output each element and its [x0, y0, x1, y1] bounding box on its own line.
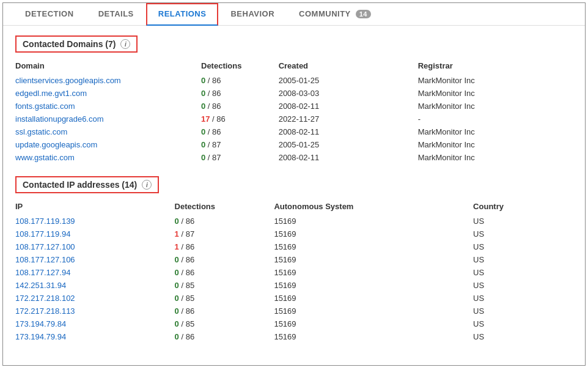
created-cell: 2005-01-25 [279, 74, 418, 87]
table-row[interactable]: 172.217.218.102 0 / 85 15169 US [15, 292, 573, 305]
domain-cell: fonts.gstatic.com [15, 100, 201, 113]
tab-community[interactable]: COMMUNITY 14 [287, 3, 383, 26]
domains-table-header: Domain Detections Created Registrar [15, 59, 573, 74]
ip-section: Contacted IP addresses (14) i IP Detecti… [15, 176, 573, 343]
main-container: DETECTION DETAILS RELATIONS BEHAVIOR COM… [2, 2, 586, 366]
created-cell: 2008-02-11 [279, 100, 418, 113]
table-row[interactable]: 173.194.79.94 0 / 86 15169 US [15, 330, 573, 343]
country-cell: US [473, 215, 573, 228]
as-cell: 15169 [274, 330, 473, 343]
content-area: Contacted Domains (7) i Domain Detection… [3, 26, 585, 365]
country-cell: US [473, 317, 573, 330]
tab-details[interactable]: DETAILS [86, 3, 146, 26]
country-cell: US [473, 279, 573, 292]
table-row[interactable]: 108.177.119.139 0 / 86 15169 US [15, 215, 573, 228]
ip-cell: 108.177.119.94 [15, 228, 175, 240]
tab-relations[interactable]: RELATIONS [146, 3, 219, 26]
table-row[interactable]: 108.177.127.94 0 / 86 15169 US [15, 266, 573, 279]
country-cell: US [473, 266, 573, 279]
detection-cell: 0 / 86 [175, 305, 274, 317]
domain-cell: update.googleapis.com [15, 138, 201, 151]
country-cell: US [473, 330, 573, 343]
col-header-detections: Detections [201, 59, 279, 74]
country-cell: US [473, 253, 573, 266]
detection-cell: 0 / 86 [201, 125, 279, 138]
detection-cell: 0 / 85 [175, 317, 274, 330]
table-row[interactable]: fonts.gstatic.com 0 / 86 2008-02-11 Mark… [15, 100, 573, 113]
tab-behavior[interactable]: BEHAVIOR [218, 3, 287, 26]
domains-title: Contacted Domains (7) [23, 39, 116, 49]
detection-cell: 0 / 86 [201, 74, 279, 87]
table-row[interactable]: 108.177.119.94 1 / 87 15169 US [15, 228, 573, 240]
detection-cell: 1 / 87 [175, 228, 274, 240]
detection-cell: 0 / 86 [201, 100, 279, 113]
table-row[interactable]: installationupgrade6.com 17 / 86 2022-11… [15, 113, 573, 125]
registrar-cell: MarkMonitor Inc [418, 74, 573, 87]
created-cell: 2008-02-11 [279, 125, 418, 138]
created-cell: 2005-01-25 [279, 138, 418, 151]
col-header-det2: Detections [175, 199, 274, 215]
table-row[interactable]: update.googleapis.com 0 / 87 2005-01-25 … [15, 138, 573, 151]
as-cell: 15169 [274, 317, 473, 330]
table-row[interactable]: 108.177.127.100 1 / 86 15169 US [15, 240, 573, 253]
country-cell: US [473, 292, 573, 305]
table-row[interactable]: 108.177.127.106 0 / 86 15169 US [15, 253, 573, 266]
table-row[interactable]: edgedl.me.gvt1.com 0 / 86 2008-03-03 Mar… [15, 87, 573, 100]
domain-cell: installationupgrade6.com [15, 113, 201, 125]
domain-cell: edgedl.me.gvt1.com [15, 87, 201, 100]
registrar-cell: MarkMonitor Inc [418, 87, 573, 100]
ip-cell: 108.177.119.139 [15, 215, 175, 228]
table-row[interactable]: 173.194.79.84 0 / 85 15169 US [15, 317, 573, 330]
as-cell: 15169 [274, 228, 473, 240]
table-row[interactable]: 142.251.31.94 0 / 85 15169 US [15, 279, 573, 292]
as-cell: 15169 [274, 305, 473, 317]
col-header-registrar: Registrar [418, 59, 573, 74]
domains-table: Domain Detections Created Registrar clie… [15, 59, 573, 164]
table-row[interactable]: ssl.gstatic.com 0 / 86 2008-02-11 MarkMo… [15, 125, 573, 138]
detection-cell: 0 / 86 [175, 266, 274, 279]
detection-cell: 1 / 86 [175, 240, 274, 253]
as-cell: 15169 [274, 240, 473, 253]
col-header-country: Country [473, 199, 573, 215]
ip-cell: 172.217.218.113 [15, 305, 175, 317]
detection-cell: 17 / 86 [201, 113, 279, 125]
table-row[interactable]: www.gstatic.com 0 / 87 2008-02-11 MarkMo… [15, 151, 573, 164]
detection-cell: 0 / 86 [175, 253, 274, 266]
table-row[interactable]: clientservices.googleapis.com 0 / 86 200… [15, 74, 573, 87]
detection-cell: 0 / 87 [201, 151, 279, 164]
tab-bar: DETECTION DETAILS RELATIONS BEHAVIOR COM… [3, 3, 585, 26]
col-header-domain: Domain [15, 59, 201, 74]
ip-cell: 172.217.218.102 [15, 292, 175, 305]
registrar-cell: MarkMonitor Inc [418, 125, 573, 138]
registrar-cell: MarkMonitor Inc [418, 138, 573, 151]
ip-cell: 173.194.79.84 [15, 317, 175, 330]
created-cell: 2008-03-03 [279, 87, 418, 100]
ip-cell: 142.251.31.94 [15, 279, 175, 292]
domains-info-icon[interactable]: i [120, 39, 130, 49]
ip-table: IP Detections Autonomous System Country … [15, 199, 573, 343]
domain-cell: www.gstatic.com [15, 151, 201, 164]
col-header-ip: IP [15, 199, 175, 215]
ip-cell: 173.194.79.94 [15, 330, 175, 343]
as-cell: 15169 [274, 215, 473, 228]
ip-table-header: IP Detections Autonomous System Country [15, 199, 573, 215]
as-cell: 15169 [274, 292, 473, 305]
tab-detection[interactable]: DETECTION [13, 3, 86, 26]
domain-cell: clientservices.googleapis.com [15, 74, 201, 87]
col-header-as: Autonomous System [274, 199, 473, 215]
table-row[interactable]: 172.217.218.113 0 / 86 15169 US [15, 305, 573, 317]
ip-section-header: Contacted IP addresses (14) i [15, 176, 159, 193]
registrar-cell: MarkMonitor Inc [418, 151, 573, 164]
created-cell: 2022-11-27 [279, 113, 418, 125]
registrar-cell: MarkMonitor Inc [418, 100, 573, 113]
detection-cell: 0 / 86 [175, 215, 274, 228]
ip-cell: 108.177.127.94 [15, 266, 175, 279]
detection-cell: 0 / 85 [175, 279, 274, 292]
ip-info-icon[interactable]: i [142, 180, 152, 190]
col-header-created: Created [279, 59, 418, 74]
as-cell: 15169 [274, 266, 473, 279]
detection-cell: 0 / 86 [201, 87, 279, 100]
as-cell: 15169 [274, 253, 473, 266]
as-cell: 15169 [274, 279, 473, 292]
ip-title: Contacted IP addresses (14) [23, 180, 137, 190]
